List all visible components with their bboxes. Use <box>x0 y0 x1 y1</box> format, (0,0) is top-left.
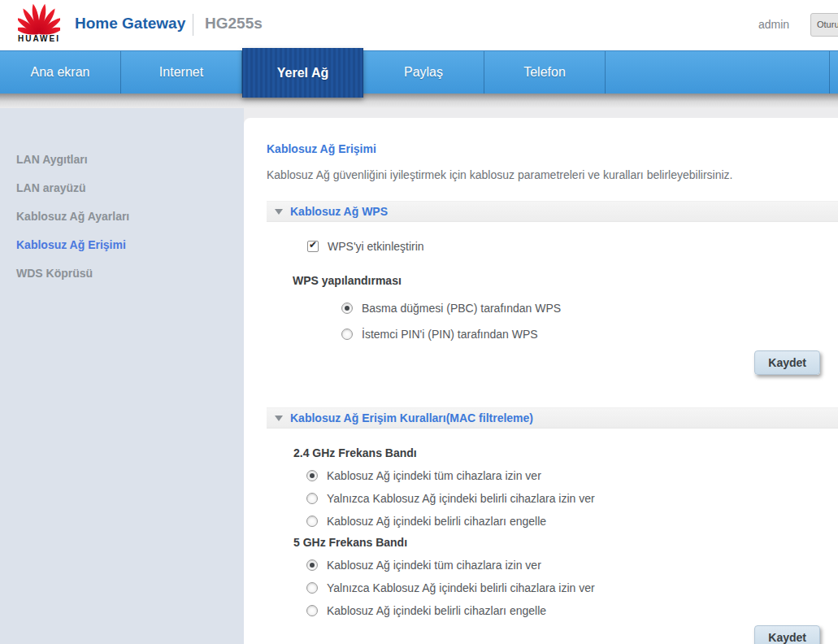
wps-option-pin-row: İstemci PIN'i (PIN) tarafından WPS <box>341 328 838 341</box>
section-title-mac-filter: Kablosuz Ağ Erişim Kuralları(MAC filtrel… <box>290 407 533 429</box>
sidebar-item-lan-arayuzu[interactable]: LAN arayüzü <box>0 174 244 202</box>
main-nav: Ana ekran Internet Yerel Ağ Paylaş Telef… <box>0 50 838 94</box>
page-title: Kablosuz Ağ Erişimi <box>267 142 838 155</box>
page-description: Kablosuz Ağ güvenliğini iyileştirmek içi… <box>267 168 838 181</box>
sidebar-item-wds-koprusu[interactable]: WDS Köprüsü <box>0 259 244 288</box>
band-5ghz-block-specific-radio[interactable] <box>306 605 318 616</box>
huawei-flower-icon <box>18 3 60 36</box>
nav-separator <box>829 51 830 94</box>
sidebar-item-lan-aygitlari[interactable]: LAN Aygıtları <box>0 146 244 174</box>
wps-option-pbc-row: Basma düğmesi (PBC) tarafından WPS <box>341 302 838 315</box>
wps-enable-label: WPS'yi etkinleştirin <box>328 240 424 253</box>
wps-config-heading: WPS yapılandırması <box>293 274 838 287</box>
band-24ghz-option-row: Kablosuz Ağ içindeki tüm cihazlara izin … <box>306 469 838 482</box>
band-5ghz-option-row: Kablosuz Ağ içindeki tüm cihazlara izin … <box>306 559 838 572</box>
collapse-arrow-icon <box>275 209 283 215</box>
main-panel: Kablosuz Ağ Erişimi Kablosuz Ağ güvenliğ… <box>244 118 838 644</box>
band-24ghz-block-specific-label: Kablosuz Ağ içindeki belirli cihazları e… <box>327 515 546 528</box>
band-5ghz-block-specific-label: Kablosuz Ağ içindeki belirli cihazları e… <box>327 604 546 617</box>
band-5ghz-option-row: Yalnızca Kablosuz Ağ içindeki belirli ci… <box>306 581 838 594</box>
section-title-wps: Kablosuz Ağ WPS <box>290 201 388 222</box>
main-wrap: Kablosuz Ağ Erişimi Kablosuz Ağ güvenliğ… <box>244 108 838 644</box>
page: HUAWEI Home Gateway HG255s admin Oturum … <box>0 0 838 644</box>
wps-enable-checkbox[interactable] <box>307 241 319 252</box>
nav-tab-ana-ekran[interactable]: Ana ekran <box>0 51 121 94</box>
model-name: HG255s <box>205 15 263 33</box>
nav-tabs: Ana ekran Internet Yerel Ağ Paylaş Telef… <box>0 51 838 94</box>
band-24ghz-block-specific-radio[interactable] <box>306 516 318 527</box>
logged-in-username: admin <box>758 18 789 31</box>
sidebar: LAN Aygıtları LAN arayüzü Kablosuz Ağ Ay… <box>0 108 244 644</box>
huawei-logo: HUAWEI <box>15 3 63 43</box>
nav-shadow <box>0 94 838 108</box>
logout-button[interactable]: Oturum <box>810 13 838 37</box>
sidebar-item-kablosuz-ag-erisimi[interactable]: Kablosuz Ağ Erişimi <box>0 231 244 259</box>
header: HUAWEI Home Gateway HG255s admin Oturum <box>0 0 838 50</box>
band-24ghz-option-row: Yalnızca Kablosuz Ağ içindeki belirli ci… <box>306 492 838 505</box>
product-name: Home Gateway <box>75 15 185 33</box>
mac-save-button[interactable]: Kaydet <box>754 625 820 644</box>
band-5ghz-allow-all-label: Kablosuz Ağ içindeki tüm cihazlara izin … <box>327 559 541 572</box>
band-5ghz-option-row: Kablosuz Ağ içindeki belirli cihazları e… <box>306 604 838 617</box>
band-5ghz-allow-specific-label: Yalnızca Kablosuz Ağ içindeki belirli ci… <box>327 581 595 594</box>
band-24ghz-allow-all-radio[interactable] <box>306 470 318 481</box>
section-header-wps[interactable]: Kablosuz Ağ WPS <box>267 201 838 222</box>
nav-tab-internet[interactable]: Internet <box>121 51 242 94</box>
wps-save-row: Kaydet <box>267 350 838 375</box>
wps-enable-row: WPS'yi etkinleştirin <box>307 240 838 253</box>
nav-tab-paylas[interactable]: Paylaş <box>363 51 484 94</box>
nav-tab-telefon[interactable]: Telefon <box>484 51 606 94</box>
band-24ghz-allow-specific-radio[interactable] <box>306 493 318 504</box>
wps-option-pin-radio[interactable] <box>341 329 353 340</box>
band-24ghz-heading: 2.4 GHz Frekans Bandı <box>293 446 838 459</box>
mac-save-row: Kaydet <box>267 625 838 644</box>
nav-tab-yerel-ag[interactable]: Yerel Ağ <box>242 48 363 98</box>
wps-option-pbc-label: Basma düğmesi (PBC) tarafından WPS <box>362 302 561 315</box>
section-header-mac-filter[interactable]: Kablosuz Ağ Erişim Kuralları(MAC filtrel… <box>267 407 838 429</box>
band-24ghz-option-row: Kablosuz Ağ içindeki belirli cihazları e… <box>306 515 838 528</box>
content: LAN Aygıtları LAN arayüzü Kablosuz Ağ Ay… <box>0 108 838 644</box>
collapse-arrow-icon <box>275 416 283 421</box>
band-5ghz-allow-specific-radio[interactable] <box>306 582 318 594</box>
band-5ghz-allow-all-radio[interactable] <box>306 559 318 571</box>
brand-name: HUAWEI <box>15 34 63 43</box>
band-24ghz-allow-specific-label: Yalnızca Kablosuz Ağ içindeki belirli ci… <box>327 492 595 505</box>
wps-option-pbc-radio[interactable] <box>341 302 353 314</box>
header-divider <box>193 14 193 36</box>
sidebar-item-kablosuz-ag-ayarlari[interactable]: Kablosuz Ağ Ayarları <box>0 202 244 231</box>
wps-option-pin-label: İstemci PIN'i (PIN) tarafından WPS <box>362 328 538 341</box>
band-5ghz-heading: 5 GHz Frekans Bandı <box>293 536 838 549</box>
band-24ghz-allow-all-label: Kablosuz Ağ içindeki tüm cihazlara izin … <box>327 469 541 482</box>
wps-save-button[interactable]: Kaydet <box>754 350 820 375</box>
